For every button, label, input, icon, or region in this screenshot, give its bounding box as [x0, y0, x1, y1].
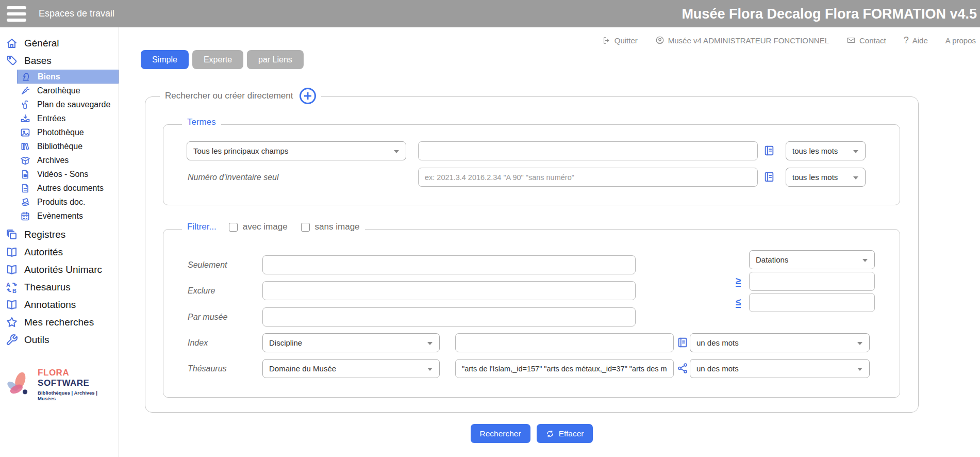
- termes-legend: Termes: [187, 117, 216, 127]
- logo-brand1: FLORA: [38, 368, 69, 378]
- app-title: Musée Flora Decalog Flora FORMATION v4.5: [682, 6, 977, 22]
- index-field-select[interactable]: Discipline: [262, 333, 440, 352]
- effacer-button[interactable]: Effacer: [537, 424, 593, 443]
- dictionary-book-icon[interactable]: [677, 336, 688, 349]
- sidebar-item-carotheque[interactable]: Carothèque: [17, 84, 119, 97]
- sidebar-item-bases[interactable]: Bases: [0, 52, 119, 70]
- chevron-down-icon: [853, 176, 858, 179]
- translate-ab-icon: AB: [6, 281, 18, 293]
- tab-experte[interactable]: Experte: [192, 50, 243, 69]
- hierarchy-share-icon[interactable]: [677, 362, 688, 374]
- create-plus-button[interactable]: [300, 88, 316, 104]
- sidebar-item-phototheque[interactable]: Photothèque: [17, 125, 119, 139]
- thesaurus-value-input[interactable]: [455, 359, 674, 378]
- par-musee-input[interactable]: [262, 307, 636, 327]
- chevron-down-icon: [857, 342, 862, 345]
- logo-brand2: SOFTWARE: [38, 378, 89, 388]
- sidebar-item-evenements[interactable]: Evènements: [17, 209, 119, 223]
- sidebar-item-mes-recherches[interactable]: Mes recherches: [0, 314, 119, 331]
- svg-text:A: A: [6, 282, 10, 288]
- tab-simple[interactable]: Simple: [141, 50, 189, 69]
- star-icon: [6, 316, 18, 329]
- word-mode-select-1[interactable]: tous les mots: [786, 141, 866, 160]
- wrench-icon: [6, 334, 18, 346]
- numero-inventaire-input[interactable]: [418, 168, 758, 187]
- datations-select[interactable]: Datations: [749, 250, 875, 269]
- sidebar-item-videos-sons[interactable]: Vidéos - Sons: [17, 167, 119, 181]
- sidebar-item-bibliotheque[interactable]: Bibliothèque: [17, 139, 119, 153]
- flora-flower-icon: [4, 369, 34, 401]
- index-label: Index: [188, 338, 208, 348]
- sans-image-checkbox[interactable]: sans image: [301, 222, 360, 232]
- open-book-icon: [6, 246, 18, 258]
- archive-open-box-icon: [20, 155, 30, 166]
- library-books-icon: [20, 141, 30, 152]
- filtrer-legend: Filtrer...: [187, 222, 217, 232]
- sidebar-item-produits-doc[interactable]: Produits doc.: [17, 195, 119, 209]
- avec-image-checkbox[interactable]: avec image: [229, 222, 288, 232]
- less-equal-symbol: ≤: [736, 297, 741, 308]
- field-scope-select[interactable]: Tous les principaux champs: [187, 141, 406, 160]
- index-value-input[interactable]: [455, 333, 674, 352]
- sidebar-item-general[interactable]: Général: [0, 35, 119, 52]
- paper-stack-icon: [20, 197, 30, 207]
- greater-equal-symbol: ≥: [736, 276, 741, 287]
- chevron-down-icon: [427, 368, 433, 371]
- exclure-label: Exclure: [188, 286, 215, 296]
- sidebar-item-biens[interactable]: Biens: [17, 70, 119, 84]
- contact-link[interactable]: Contact: [846, 36, 886, 45]
- hamburger-menu-icon[interactable]: [7, 6, 27, 22]
- user-account-link[interactable]: Musée v4 ADMINISTRATEUR FONCTIONNEL: [655, 36, 829, 45]
- thesaurus-word-mode-select[interactable]: un des mots: [690, 359, 870, 378]
- utility-bar: Quitter Musée v4 ADMINISTRATEUR FONCTION…: [119, 33, 980, 47]
- dictionary-book-icon[interactable]: [763, 171, 775, 183]
- sidebar-item-autorites-unimarc[interactable]: Autorités Unimarc: [0, 261, 119, 279]
- sidebar: Général Bases Biens Carothèque Plan de s…: [0, 27, 119, 457]
- chevron-down-icon: [862, 259, 868, 262]
- seulement-input[interactable]: [262, 255, 636, 274]
- sidebar-item-archives[interactable]: Archives: [17, 153, 119, 167]
- sidebar-item-registres[interactable]: Registres: [0, 226, 119, 243]
- calendar-icon: [20, 211, 30, 221]
- tab-par-liens[interactable]: par Liens: [247, 50, 304, 69]
- aide-link[interactable]: ? Aide: [904, 35, 928, 46]
- sidebar-item-annotations[interactable]: Annotations: [0, 296, 119, 314]
- checkbox-icon[interactable]: [229, 223, 238, 232]
- index-word-mode-select[interactable]: un des mots: [690, 333, 870, 352]
- document-icon: [20, 183, 30, 193]
- search-mode-tabs: Simple Experte par Liens: [141, 50, 304, 69]
- par-musee-label: Par musée: [188, 313, 227, 322]
- panel-legend: Rechercher ou créer directement: [165, 91, 293, 101]
- exclure-input[interactable]: [262, 281, 636, 300]
- sidebar-item-autorites[interactable]: Autorités: [0, 243, 119, 261]
- logout-icon: [602, 36, 611, 45]
- image-icon: [20, 127, 30, 138]
- datation-max-input[interactable]: [749, 293, 875, 312]
- carrot-icon: [20, 86, 30, 96]
- quitter-link[interactable]: Quitter: [602, 36, 638, 45]
- sidebar-item-entrees[interactable]: Entrées: [17, 111, 119, 125]
- rechercher-button[interactable]: Rechercher: [471, 424, 530, 443]
- dictionary-book-icon[interactable]: [763, 144, 775, 157]
- thesaurus-label: Thésaurus: [188, 364, 227, 373]
- a-propos-link[interactable]: A propos: [945, 36, 976, 45]
- sidebar-item-plan-sauvegarde[interactable]: Plan de sauvegarde: [17, 97, 119, 111]
- numero-inventaire-label: Numéro d'inventaire seul: [188, 173, 278, 182]
- termes-section: Termes Tous les principaux champs tous l…: [163, 124, 900, 205]
- question-mark-icon: ?: [904, 35, 909, 46]
- filtrer-section: Filtrer... avec image sans image Seuleme…: [163, 229, 900, 398]
- chevron-down-icon: [427, 342, 433, 345]
- datation-min-input[interactable]: [749, 272, 875, 291]
- sidebar-item-outils[interactable]: Outils: [0, 331, 119, 349]
- open-book-icon: [6, 299, 18, 311]
- thesaurus-field-select[interactable]: Domaine du Musée: [262, 359, 440, 378]
- word-mode-select-2[interactable]: tous les mots: [786, 168, 866, 187]
- action-buttons: Rechercher Effacer: [145, 424, 919, 443]
- fire-extinguisher-icon: [20, 100, 30, 110]
- checkbox-icon[interactable]: [301, 223, 310, 232]
- main-search-input[interactable]: [418, 141, 758, 160]
- chess-knight-icon: [21, 72, 31, 82]
- sidebar-item-autres-documents[interactable]: Autres documents: [17, 181, 119, 195]
- sidebar-item-thesaurus[interactable]: AB Thesaurus: [0, 279, 119, 296]
- inbox-arrow-down-icon: [20, 113, 30, 124]
